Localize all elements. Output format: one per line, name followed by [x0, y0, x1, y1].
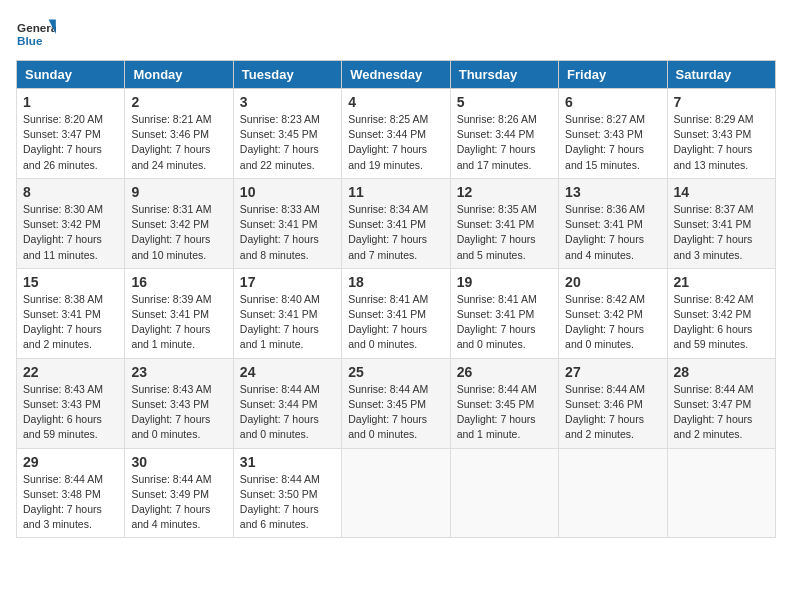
sunset-text: Sunset: 3:43 PM — [23, 398, 101, 410]
sunset-text: Sunset: 3:47 PM — [674, 398, 752, 410]
sunset-text: Sunset: 3:41 PM — [565, 218, 643, 230]
daylight-text: Daylight: 7 hours and 0 minutes. — [348, 413, 427, 440]
day-info: Sunrise: 8:25 AM Sunset: 3:44 PM Dayligh… — [348, 112, 443, 173]
day-info: Sunrise: 8:23 AM Sunset: 3:45 PM Dayligh… — [240, 112, 335, 173]
day-number: 16 — [131, 274, 226, 290]
sunrise-text: Sunrise: 8:26 AM — [457, 113, 537, 125]
day-number: 27 — [565, 364, 660, 380]
sunset-text: Sunset: 3:46 PM — [131, 128, 209, 140]
day-number: 28 — [674, 364, 769, 380]
sunrise-text: Sunrise: 8:34 AM — [348, 203, 428, 215]
sunset-text: Sunset: 3:43 PM — [131, 398, 209, 410]
day-number: 18 — [348, 274, 443, 290]
sunset-text: Sunset: 3:48 PM — [23, 488, 101, 500]
sunrise-text: Sunrise: 8:31 AM — [131, 203, 211, 215]
sunrise-text: Sunrise: 8:30 AM — [23, 203, 103, 215]
calendar-cell — [342, 448, 450, 538]
sunrise-text: Sunrise: 8:43 AM — [23, 383, 103, 395]
daylight-text: Daylight: 7 hours and 6 minutes. — [240, 503, 319, 530]
day-number: 14 — [674, 184, 769, 200]
calendar-cell: 12 Sunrise: 8:35 AM Sunset: 3:41 PM Dayl… — [450, 178, 558, 268]
weekday-saturday: Saturday — [667, 61, 775, 89]
sunrise-text: Sunrise: 8:42 AM — [674, 293, 754, 305]
sunset-text: Sunset: 3:45 PM — [457, 398, 535, 410]
sunset-text: Sunset: 3:41 PM — [23, 308, 101, 320]
page-header: General Blue — [16, 16, 776, 52]
calendar-cell: 25 Sunrise: 8:44 AM Sunset: 3:45 PM Dayl… — [342, 358, 450, 448]
sunset-text: Sunset: 3:49 PM — [131, 488, 209, 500]
daylight-text: Daylight: 7 hours and 8 minutes. — [240, 233, 319, 260]
day-info: Sunrise: 8:44 AM Sunset: 3:48 PM Dayligh… — [23, 472, 118, 533]
week-row-3: 15 Sunrise: 8:38 AM Sunset: 3:41 PM Dayl… — [17, 268, 776, 358]
day-number: 13 — [565, 184, 660, 200]
day-info: Sunrise: 8:26 AM Sunset: 3:44 PM Dayligh… — [457, 112, 552, 173]
calendar-cell: 28 Sunrise: 8:44 AM Sunset: 3:47 PM Dayl… — [667, 358, 775, 448]
day-number: 1 — [23, 94, 118, 110]
day-number: 3 — [240, 94, 335, 110]
sunset-text: Sunset: 3:50 PM — [240, 488, 318, 500]
day-number: 8 — [23, 184, 118, 200]
calendar-cell: 29 Sunrise: 8:44 AM Sunset: 3:48 PM Dayl… — [17, 448, 125, 538]
sunrise-text: Sunrise: 8:29 AM — [674, 113, 754, 125]
calendar-cell: 16 Sunrise: 8:39 AM Sunset: 3:41 PM Dayl… — [125, 268, 233, 358]
day-info: Sunrise: 8:33 AM Sunset: 3:41 PM Dayligh… — [240, 202, 335, 263]
weekday-header-row: SundayMondayTuesdayWednesdayThursdayFrid… — [17, 61, 776, 89]
daylight-text: Daylight: 7 hours and 19 minutes. — [348, 143, 427, 170]
sunset-text: Sunset: 3:42 PM — [131, 218, 209, 230]
day-info: Sunrise: 8:29 AM Sunset: 3:43 PM Dayligh… — [674, 112, 769, 173]
calendar-cell: 17 Sunrise: 8:40 AM Sunset: 3:41 PM Dayl… — [233, 268, 341, 358]
day-info: Sunrise: 8:41 AM Sunset: 3:41 PM Dayligh… — [457, 292, 552, 353]
calendar-cell: 10 Sunrise: 8:33 AM Sunset: 3:41 PM Dayl… — [233, 178, 341, 268]
day-number: 15 — [23, 274, 118, 290]
weekday-thursday: Thursday — [450, 61, 558, 89]
day-number: 25 — [348, 364, 443, 380]
day-info: Sunrise: 8:44 AM Sunset: 3:44 PM Dayligh… — [240, 382, 335, 443]
sunrise-text: Sunrise: 8:44 AM — [674, 383, 754, 395]
sunrise-text: Sunrise: 8:40 AM — [240, 293, 320, 305]
week-row-4: 22 Sunrise: 8:43 AM Sunset: 3:43 PM Dayl… — [17, 358, 776, 448]
sunset-text: Sunset: 3:41 PM — [131, 308, 209, 320]
day-number: 17 — [240, 274, 335, 290]
daylight-text: Daylight: 7 hours and 1 minute. — [131, 323, 210, 350]
sunset-text: Sunset: 3:44 PM — [348, 128, 426, 140]
sunset-text: Sunset: 3:41 PM — [457, 308, 535, 320]
day-info: Sunrise: 8:37 AM Sunset: 3:41 PM Dayligh… — [674, 202, 769, 263]
calendar-cell: 13 Sunrise: 8:36 AM Sunset: 3:41 PM Dayl… — [559, 178, 667, 268]
sunset-text: Sunset: 3:47 PM — [23, 128, 101, 140]
sunrise-text: Sunrise: 8:41 AM — [348, 293, 428, 305]
sunrise-text: Sunrise: 8:44 AM — [565, 383, 645, 395]
sunrise-text: Sunrise: 8:37 AM — [674, 203, 754, 215]
daylight-text: Daylight: 7 hours and 2 minutes. — [565, 413, 644, 440]
day-info: Sunrise: 8:36 AM Sunset: 3:41 PM Dayligh… — [565, 202, 660, 263]
day-number: 30 — [131, 454, 226, 470]
day-info: Sunrise: 8:44 AM Sunset: 3:50 PM Dayligh… — [240, 472, 335, 533]
daylight-text: Daylight: 7 hours and 0 minutes. — [348, 323, 427, 350]
day-info: Sunrise: 8:43 AM Sunset: 3:43 PM Dayligh… — [131, 382, 226, 443]
daylight-text: Daylight: 7 hours and 4 minutes. — [565, 233, 644, 260]
sunset-text: Sunset: 3:43 PM — [674, 128, 752, 140]
calendar-cell: 1 Sunrise: 8:20 AM Sunset: 3:47 PM Dayli… — [17, 89, 125, 179]
calendar-cell — [559, 448, 667, 538]
daylight-text: Daylight: 6 hours and 59 minutes. — [674, 323, 753, 350]
sunset-text: Sunset: 3:43 PM — [565, 128, 643, 140]
svg-text:Blue: Blue — [17, 34, 43, 47]
calendar-cell: 4 Sunrise: 8:25 AM Sunset: 3:44 PM Dayli… — [342, 89, 450, 179]
daylight-text: Daylight: 7 hours and 0 minutes. — [565, 323, 644, 350]
sunrise-text: Sunrise: 8:35 AM — [457, 203, 537, 215]
day-info: Sunrise: 8:30 AM Sunset: 3:42 PM Dayligh… — [23, 202, 118, 263]
week-row-1: 1 Sunrise: 8:20 AM Sunset: 3:47 PM Dayli… — [17, 89, 776, 179]
calendar-cell: 14 Sunrise: 8:37 AM Sunset: 3:41 PM Dayl… — [667, 178, 775, 268]
day-info: Sunrise: 8:44 AM Sunset: 3:49 PM Dayligh… — [131, 472, 226, 533]
week-row-5: 29 Sunrise: 8:44 AM Sunset: 3:48 PM Dayl… — [17, 448, 776, 538]
daylight-text: Daylight: 7 hours and 13 minutes. — [674, 143, 753, 170]
svg-text:General: General — [17, 21, 56, 34]
calendar-body: 1 Sunrise: 8:20 AM Sunset: 3:47 PM Dayli… — [17, 89, 776, 538]
weekday-friday: Friday — [559, 61, 667, 89]
sunrise-text: Sunrise: 8:44 AM — [240, 383, 320, 395]
sunrise-text: Sunrise: 8:42 AM — [565, 293, 645, 305]
sunset-text: Sunset: 3:44 PM — [457, 128, 535, 140]
sunrise-text: Sunrise: 8:41 AM — [457, 293, 537, 305]
daylight-text: Daylight: 7 hours and 10 minutes. — [131, 233, 210, 260]
sunrise-text: Sunrise: 8:36 AM — [565, 203, 645, 215]
day-info: Sunrise: 8:39 AM Sunset: 3:41 PM Dayligh… — [131, 292, 226, 353]
